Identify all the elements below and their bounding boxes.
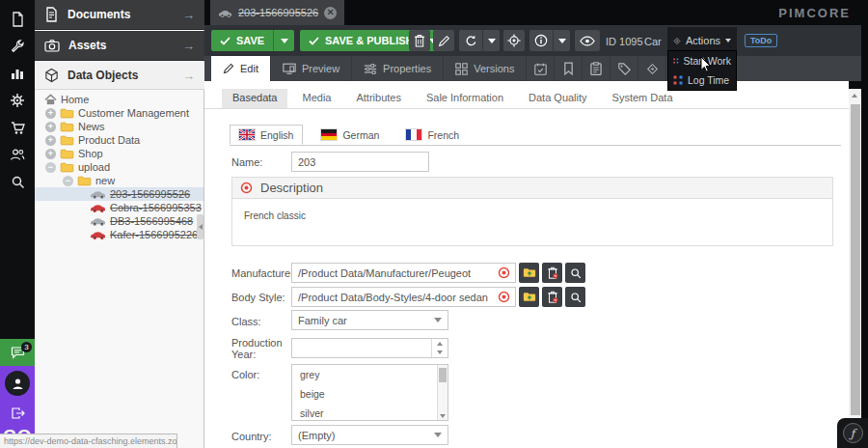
tree-item-product-data[interactable]: + Product Data xyxy=(35,133,203,147)
tab-edit[interactable]: Edit xyxy=(211,56,271,81)
tree-item-kafer[interactable]: Kafer-1566995226 xyxy=(35,228,203,241)
manufacturer-input[interactable] xyxy=(291,263,516,283)
reload-button[interactable] xyxy=(459,30,500,51)
content-scrollbar[interactable] xyxy=(849,89,861,448)
object-type-label: Car xyxy=(644,36,662,47)
locate-in-tree-button[interactable] xyxy=(503,30,525,51)
tab-sale-information[interactable]: Sale Information xyxy=(416,89,514,108)
tab-lang-english[interactable]: English xyxy=(230,125,303,145)
country-select[interactable]: (Empty) xyxy=(291,425,448,445)
collapse-minus-icon[interactable]: − xyxy=(63,176,73,186)
expand-plus-icon[interactable]: + xyxy=(45,149,56,159)
settings-icon[interactable] xyxy=(0,87,35,114)
tab-lang-french[interactable]: French xyxy=(397,125,468,145)
tags-button[interactable] xyxy=(610,56,638,81)
save-button[interactable]: SAVE xyxy=(211,30,294,51)
tree-item-new[interactable]: − new xyxy=(35,174,203,187)
support-widget[interactable]: ƒ xyxy=(837,418,868,448)
tree-item-upload[interactable]: − upload xyxy=(35,160,203,174)
manufacturer-search-button[interactable] xyxy=(565,263,585,283)
reload-icon xyxy=(465,35,477,47)
tools-icon[interactable] xyxy=(0,33,35,60)
color-option-grey[interactable]: grey xyxy=(292,365,448,384)
scroll-up-icon[interactable] xyxy=(852,94,857,98)
script-monogram-icon: ƒ xyxy=(843,423,863,443)
body-style-input[interactable] xyxy=(291,287,516,307)
preview-eye-button[interactable] xyxy=(575,30,600,51)
delete-button[interactable] xyxy=(409,30,430,51)
notifications-button[interactable]: 3 xyxy=(0,339,35,366)
color-scrollbar[interactable] xyxy=(437,365,448,420)
name-input[interactable] xyxy=(291,152,429,172)
tab-versions[interactable]: Versions xyxy=(444,56,527,81)
manufacturer-open-button[interactable] xyxy=(519,263,539,283)
arrow-right-icon: → xyxy=(182,8,195,22)
tree-item-203[interactable]: 203-1566995526 xyxy=(35,187,203,201)
tab-preview[interactable]: Preview xyxy=(271,56,352,81)
tag-icon xyxy=(618,63,631,75)
tab-basedata[interactable]: Basedata xyxy=(222,89,287,108)
tree-item-news[interactable]: + News xyxy=(35,120,203,133)
tab-strip: 203-1566995526 ✕ PIMCORE xyxy=(204,0,868,25)
description-value[interactable]: French classic xyxy=(232,199,832,233)
status-badge: ToDo xyxy=(745,34,777,47)
scroll-down-icon[interactable] xyxy=(440,414,446,418)
bookmark-button[interactable] xyxy=(555,56,583,81)
manufacturer-remove-button[interactable] xyxy=(542,263,562,283)
body-style-search-button[interactable] xyxy=(565,287,585,307)
body-style-remove-button[interactable] xyxy=(542,287,562,307)
folder-icon xyxy=(60,122,74,132)
spinner-down-icon[interactable] xyxy=(432,349,448,358)
expand-plus-icon[interactable]: + xyxy=(45,122,56,132)
color-option-beige[interactable]: beige xyxy=(292,384,448,404)
open-object-tab[interactable]: 203-1566995526 ✕ xyxy=(210,0,344,25)
info-button[interactable] xyxy=(529,30,570,51)
reports-icon[interactable] xyxy=(0,60,35,87)
menu-item-log-time[interactable]: Log Time xyxy=(668,70,736,90)
save-dropdown-button[interactable] xyxy=(273,30,294,51)
sidebar-panel-documents[interactable]: Documents → xyxy=(35,0,204,30)
workflow-button[interactable] xyxy=(638,56,666,81)
sidebar-panel-data-objects[interactable]: Data Objects → xyxy=(35,62,204,90)
rename-button[interactable] xyxy=(433,30,454,51)
expand-plus-icon[interactable]: + xyxy=(45,108,56,119)
info-dropdown-button[interactable] xyxy=(553,30,570,51)
body-style-open-button[interactable] xyxy=(519,287,539,307)
tree-item-customer-management[interactable]: + Customer Management xyxy=(35,106,203,120)
tree-item-db3[interactable]: DB3-1566995468 xyxy=(35,214,203,228)
color-multiselect[interactable]: grey beige silver xyxy=(291,364,448,421)
tab-lang-german[interactable]: German xyxy=(312,125,388,145)
sidebar-panel-assets[interactable]: Assets → xyxy=(35,31,204,61)
notes-button[interactable] xyxy=(583,56,610,81)
language-tabs: English German French xyxy=(230,125,841,146)
production-year-spinner[interactable] xyxy=(291,338,448,358)
spinner-up-icon[interactable] xyxy=(432,339,448,349)
collapse-minus-icon[interactable]: − xyxy=(45,162,56,173)
schedule-button[interactable] xyxy=(527,56,555,81)
reload-dropdown-button[interactable] xyxy=(482,30,500,51)
documents-icon[interactable] xyxy=(0,6,35,33)
search-icon[interactable] xyxy=(0,168,35,195)
main-icon-strip: 3 CO xyxy=(0,0,35,448)
scrollbar-thumb[interactable] xyxy=(851,104,860,415)
expand-plus-icon[interactable]: + xyxy=(45,135,56,146)
tree-item-shop[interactable]: + Shop xyxy=(35,147,203,160)
sidebar-collapse-handle[interactable] xyxy=(197,214,203,239)
tab-media[interactable]: Media xyxy=(291,89,341,108)
tab-system-data[interactable]: System Data xyxy=(602,89,684,108)
color-option-silver[interactable]: silver xyxy=(292,404,448,423)
tree-item-cobra[interactable]: Cobra-1566995353 xyxy=(35,201,203,214)
users-icon[interactable] xyxy=(0,141,35,168)
tab-title: 203-1566995526 xyxy=(238,7,318,18)
tab-attributes[interactable]: Attributes xyxy=(345,89,411,108)
tab-properties[interactable]: Properties xyxy=(352,56,444,81)
close-icon[interactable]: ✕ xyxy=(324,7,337,19)
sliders-icon xyxy=(364,63,377,75)
logout-icon[interactable] xyxy=(0,401,35,426)
class-select[interactable]: Family car xyxy=(291,310,448,330)
german-flag-icon xyxy=(321,129,337,140)
tab-data-quality[interactable]: Data Quality xyxy=(518,89,598,108)
avatar[interactable] xyxy=(5,371,30,396)
tree-item-home[interactable]: Home xyxy=(35,93,203,106)
ecommerce-icon[interactable] xyxy=(0,114,35,141)
